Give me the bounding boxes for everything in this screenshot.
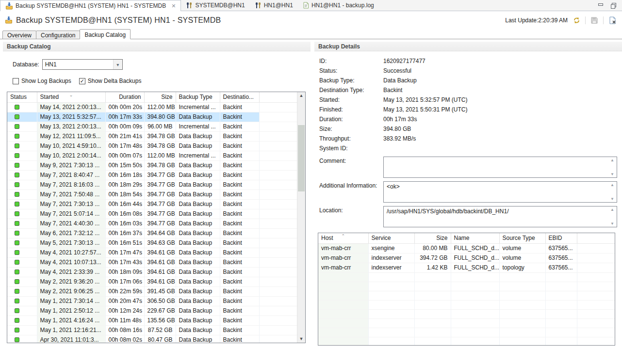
table-row[interactable]: May 9, 2021 7:30:13 ...00h 15m 50s394.78… [7,160,298,170]
cell: 00h 17m 33s [105,112,144,122]
cell [577,253,615,263]
table-row[interactable]: vm-mab-crrindexserver1.42 KBFULL_SCHD_d.… [318,263,615,272]
column-header[interactable]: Duration [105,92,144,102]
location-field[interactable]: /usr/sap/HN1/SYS/global/hdb/backint/DB_H… [383,206,617,227]
editor-tab[interactable]: HN1@HN1 [250,0,298,11]
cell [451,291,499,300]
table-row[interactable]: May 10, 2021 4:59:10...00h 17m 48s394.78… [7,141,298,151]
close-icon[interactable]: ✕ [171,3,176,9]
column-header[interactable]: Status [7,92,37,102]
table-row[interactable]: vm-mab-crrxsengine80.00 MBFULL_SCHD_d...… [318,243,615,253]
table-row[interactable]: May 13, 2021 5:32:57...00h 17m 33s394.80… [7,112,298,122]
table-row[interactable]: May 7, 2021 7:50:48 ...00h 18m 54s394.77… [7,190,298,199]
cell: May 10, 2021 2:00:14... [37,151,105,160]
table-row[interactable]: May 7, 2021 8:16:03 ...00h 18m 29s394.77… [7,180,298,190]
cell: xsengine [368,243,414,253]
table-row[interactable]: May 1, 2021 4:16:24 ...00h 11m 48s135.56… [7,316,298,325]
cell [318,282,368,291]
cell [259,335,298,343]
cell [259,160,298,170]
table-row[interactable]: May 7, 2021 5:07:14 ...00h 16m 08s394.77… [7,209,298,219]
refresh-button[interactable] [572,16,581,25]
table-row[interactable]: May 7, 2021 4:40:30 ...00h 16m 03s394.77… [7,219,298,228]
minimize-icon[interactable] [598,2,604,8]
restore-icon[interactable] [610,2,616,8]
scroll-up-icon[interactable]: ▲ [297,92,305,99]
cell: Backint [220,335,259,343]
backup-catalog-table: StatusStarted⌄DurationSizeBackup TypeDes… [7,92,306,343]
scrollbar-thumb[interactable] [298,125,305,191]
editor-tab[interactable]: HN1@HN1 - backup.log [298,0,379,11]
cell [368,291,414,300]
column-header[interactable]: Source Type [499,233,545,243]
cell [545,309,577,318]
cell [368,309,414,318]
save-button[interactable] [589,16,599,25]
table-row[interactable]: May 4, 2021 10:27:57...00h 17m 47s394.61… [7,248,298,257]
cell [7,102,37,112]
table-row[interactable]: May 5, 2021 7:30:13 ...00h 16m 51s394.63… [7,238,298,248]
cell: May 7, 2021 8:16:03 ... [37,180,105,190]
table-row[interactable]: May 4, 2021 10:07:13...00h 17m 43s394.61… [7,257,298,267]
cell: Data Backup [176,267,220,277]
scroll-down-icon[interactable]: ▼ [297,335,305,343]
column-header[interactable]: Size [144,92,176,102]
status-ok-icon [15,260,19,265]
comment-field[interactable]: ▲▼ [383,157,617,178]
table-row[interactable]: May 1, 2021 2:50:12 ...00h 12m 24s229.67… [7,306,298,316]
cell: May 13, 2021 5:32:57... [37,112,105,122]
tab-backup-catalog[interactable]: Backup Catalog [80,29,131,39]
table-row[interactable]: May 10, 2021 2:00:14...00h 00m 07s112.00… [7,151,298,160]
column-header[interactable]: Started⌄ [37,92,105,102]
status-ok-icon [15,289,19,294]
cell: Data Backup [176,160,220,170]
cell [318,272,368,282]
column-header[interactable]: EBID [545,233,577,243]
column-header[interactable]: Name [451,233,499,243]
editor-tab[interactable]: Backup SYSTEMDB@HN1 (SYSTEM) HN1 - SYSTE… [0,0,181,11]
cell: Data Backup [176,199,220,209]
table-row[interactable]: May 4, 2021 2:33:39 ...00h 18m 09s394.61… [7,267,298,277]
column-header[interactable] [577,233,615,243]
show-delta-backups-checkbox[interactable]: ✓ Show Delta Backups [79,78,142,84]
table-row[interactable]: May 2, 2021 9:06:25 ...00h 22m 59s391.45… [7,286,298,296]
table-row[interactable]: May 14, 2021 2:00:13...00h 00m 20s112.00… [7,102,298,112]
cell: 135.56 GB [144,316,176,325]
cell [259,131,298,141]
column-header[interactable] [259,92,298,102]
table-row[interactable]: vm-mab-crrindexserver394.72 GBFULL_SCHD_… [318,253,615,263]
detail-field-row: Size:394.80 GB [319,124,622,134]
tab-configuration[interactable]: Configuration [36,31,80,39]
database-select[interactable]: HN1 ▾ [42,59,123,70]
vertical-scrollbar[interactable]: ▲ ▼ [297,92,305,343]
table-row[interactable]: May 6, 2021 7:32:12 ...00h 16m 37s394.64… [7,228,298,238]
column-header[interactable]: Host⌃ [318,233,368,243]
status-ok-icon [15,279,19,284]
system-icon [255,2,262,9]
discard-log-button[interactable] [607,16,617,25]
editor-tab[interactable]: SYSTEMDB@HN1 [181,0,249,11]
textbox-scroll-icons: ▲▼ [609,207,616,226]
table-row[interactable]: May 1, 2021 7:30:14 ...00h 20m 47s306.50… [7,296,298,306]
column-header[interactable]: Destinatio... [220,92,259,102]
cell: May 1, 2021 7:30:14 ... [37,296,105,306]
cell: May 7, 2021 5:07:14 ... [37,209,105,219]
tab-overview[interactable]: Overview [2,31,36,39]
table-row[interactable]: May 7, 2021 8:40:47 ...00h 16m 18s394.77… [7,170,298,180]
additional-information-field[interactable]: <ok> ▲▼ [383,181,617,203]
column-header[interactable]: Service [368,233,414,243]
column-header[interactable]: Size [414,233,451,243]
table-row[interactable]: May 1, 2021 12:16:21...00h 08m 16s87.52 … [7,325,298,335]
cell: 394.77 GB [144,170,176,180]
database-value: HN1 [45,61,57,68]
cell [259,122,298,131]
table-row[interactable]: May 12, 2021 11:09:5...00h 21m 41s394.78… [7,131,298,141]
column-header[interactable]: Backup Type [176,92,220,102]
table-row[interactable]: Apr 30, 2021 11:01:3...00h 08m 02s80.47 … [7,335,298,343]
table-row[interactable]: May 2, 2021 9:36:20 ...00h 17m 06s394.61… [7,277,298,286]
show-log-backups-checkbox[interactable]: Show Log Backups [13,78,71,84]
table-row[interactable]: May 7, 2021 7:30:13 ...00h 16m 44s394.77… [7,199,298,209]
cell [499,318,545,328]
cell: topology [499,263,545,272]
table-row[interactable]: May 13, 2021 2:00:13...00h 00m 09s96.00 … [7,122,298,131]
